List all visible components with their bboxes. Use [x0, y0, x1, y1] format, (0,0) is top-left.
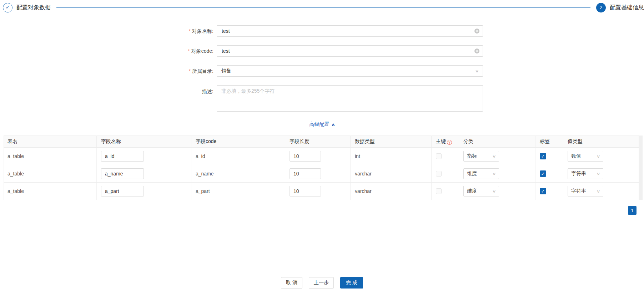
field-length-input[interactable]	[290, 151, 321, 162]
footer-actions: 取 消 上一步 完 成	[0, 277, 644, 289]
object-code-input[interactable]	[217, 45, 483, 57]
table-row: a_table a_part varchar ✓ 维度 ∨ ✓	[4, 183, 639, 200]
check-icon: ✓	[541, 154, 545, 159]
chevron-down-icon: ∨	[475, 69, 479, 73]
step-1-complete-circle: ✓	[3, 3, 12, 12]
chevron-down-icon: ∨	[596, 189, 600, 194]
clear-icon[interactable]: ✕	[474, 48, 479, 53]
step-1: ✓ 配置对象数据	[3, 3, 51, 12]
step-connector-line	[56, 7, 590, 8]
field-name-input[interactable]	[101, 186, 144, 196]
table-name-cell: a_table	[7, 188, 24, 194]
field-code-cell: a_part	[196, 188, 210, 194]
value-type-select-value: 数值	[571, 153, 581, 159]
value-type-select-value: 字符串	[571, 188, 586, 194]
value-type-select[interactable]: 字符串 ∨	[568, 168, 603, 179]
object-name-input[interactable]	[217, 25, 483, 37]
col-value-type: 值类型	[563, 136, 639, 148]
category-select[interactable]: 维度 ∨	[463, 186, 499, 196]
step-2: 2 配置基础信息	[596, 3, 644, 12]
primary-key-checkbox[interactable]: ✓	[436, 188, 442, 194]
check-icon: ✓	[6, 5, 10, 10]
chevron-down-icon: ∨	[596, 172, 600, 176]
pagination: 1	[628, 206, 637, 215]
check-icon: ✓	[541, 189, 545, 194]
field-length-input[interactable]	[290, 168, 321, 179]
chevron-up-icon: ∧	[331, 122, 335, 127]
value-type-select-value: 字符串	[571, 170, 586, 177]
catalog-select-value: 销售	[221, 68, 231, 74]
col-primary-key: 主键?	[432, 136, 459, 148]
table-row: a_table a_id int ✓ 指标 ∨ ✓	[4, 148, 639, 165]
category-select-value: 指标	[467, 153, 477, 159]
field-table-body: a_table a_id int ✓ 指标 ∨ ✓	[4, 148, 639, 200]
table-header-row: 表名 字段名称 字段code 字段长度 数据类型 主键? 分类 标签 值类型	[4, 136, 639, 148]
object-code-label: *对象code:	[0, 45, 213, 57]
required-marker: *	[189, 68, 191, 74]
field-name-input[interactable]	[101, 151, 144, 162]
object-name-label: *对象名称:	[0, 25, 213, 37]
cancel-button[interactable]: 取 消	[281, 277, 302, 289]
prev-step-button[interactable]: 上一步	[309, 277, 334, 289]
object-code-label-text: 对象code:	[191, 48, 213, 54]
category-select[interactable]: 指标 ∨	[463, 151, 499, 162]
data-type-cell: varchar	[355, 171, 372, 177]
data-type-cell: int	[355, 153, 360, 159]
advanced-config-label: 高级配置	[310, 121, 329, 127]
stepper: ✓ 配置对象数据 2 配置基础信息	[3, 2, 644, 12]
table-name-cell: a_table	[7, 153, 24, 159]
required-marker: *	[188, 48, 190, 54]
col-tag: 标签	[535, 136, 563, 148]
catalog-select[interactable]: 销售 ∨	[217, 65, 483, 77]
field-code-cell: a_name	[196, 171, 214, 177]
help-icon[interactable]: ?	[447, 140, 452, 145]
chevron-down-icon: ∨	[492, 189, 496, 194]
advanced-config-toggle[interactable]: 高级配置∧	[0, 121, 644, 128]
category-select-value: 维度	[467, 188, 477, 194]
step-2-number-circle: 2	[596, 3, 606, 12]
col-field-name: 字段名称	[97, 136, 191, 148]
field-name-input[interactable]	[101, 168, 144, 179]
col-field-code: 字段code	[191, 136, 285, 148]
chevron-down-icon: ∨	[492, 172, 496, 176]
primary-key-checkbox[interactable]: ✓	[436, 171, 442, 177]
description-textarea[interactable]	[217, 85, 483, 112]
catalog-label-text: 所属目录:	[192, 68, 213, 74]
tag-checkbox[interactable]: ✓	[540, 170, 546, 177]
category-select[interactable]: 维度 ∨	[463, 168, 499, 179]
table-row: a_table a_name varchar ✓ 维度 ∨ ✓	[4, 165, 639, 183]
value-type-select[interactable]: 数值 ∨	[568, 151, 603, 162]
col-table-name: 表名	[4, 136, 97, 148]
tag-checkbox[interactable]: ✓	[540, 153, 546, 159]
check-icon: ✓	[541, 172, 545, 176]
object-name-label-text: 对象名称:	[192, 28, 213, 34]
table-name-cell: a_table	[7, 171, 24, 177]
col-data-type: 数据类型	[351, 136, 432, 148]
tag-checkbox[interactable]: ✓	[540, 188, 546, 194]
description-label: 描述:	[0, 85, 213, 95]
value-type-select[interactable]: 字符串 ∨	[568, 186, 603, 196]
step-1-label: 配置对象数据	[16, 4, 51, 11]
primary-key-checkbox[interactable]: ✓	[436, 153, 442, 159]
pagination-page-1[interactable]: 1	[628, 206, 637, 215]
category-select-value: 维度	[467, 170, 477, 177]
col-field-length: 字段长度	[285, 136, 351, 148]
catalog-label: *所属目录:	[0, 65, 213, 77]
step-2-label: 配置基础信息	[610, 4, 644, 11]
table-scrollbar[interactable]	[639, 136, 643, 200]
required-marker: *	[189, 28, 191, 34]
finish-button[interactable]: 完 成	[340, 277, 363, 289]
clear-icon[interactable]: ✕	[474, 29, 479, 34]
field-table: 表名 字段名称 字段code 字段长度 数据类型 主键? 分类 标签 值类型 a…	[4, 136, 638, 200]
data-type-cell: varchar	[355, 188, 372, 194]
field-code-cell: a_id	[196, 153, 205, 159]
chevron-down-icon: ∨	[596, 154, 600, 159]
col-category: 分类	[459, 136, 535, 148]
object-config-wizard: ✓ 配置对象数据 2 配置基础信息 *对象名称: ✕ *对象code: ✕ *所…	[0, 0, 644, 291]
description-label-text: 描述:	[202, 88, 213, 94]
chevron-down-icon: ∨	[492, 154, 496, 159]
field-length-input[interactable]	[290, 186, 321, 196]
